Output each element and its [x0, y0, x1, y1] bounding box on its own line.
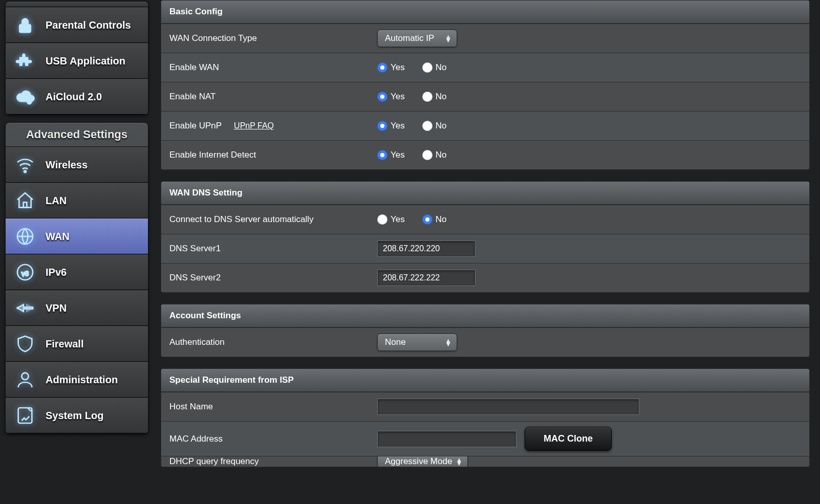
caret-icon: ▲▼ — [445, 339, 451, 346]
sidebar-item-firewall[interactable]: Firewall — [6, 326, 148, 362]
user-icon — [14, 368, 36, 391]
svg-point-1 — [27, 99, 32, 104]
sidebar: Parental Controls USB Application AiClou… — [5, 0, 148, 504]
gauge-icon — [14, 2, 36, 7]
sidebar-item-label: Administration — [46, 374, 118, 386]
sidebar-item-system-log[interactable]: System Log — [6, 398, 148, 433]
row-dns-server1: DNS Server1 — [161, 234, 809, 263]
sidebar-item-wan[interactable]: WAN — [6, 218, 148, 254]
row-enable-internet-detect: Enable Internet Detect Yes No — [161, 140, 809, 169]
puzzle-icon — [14, 50, 36, 72]
mac-address-input[interactable] — [377, 431, 516, 447]
sidebar-item-usb-application[interactable]: USB Application — [6, 43, 148, 79]
row-enable-upnp: Enable UPnP UPnP FAQ Yes No — [161, 111, 809, 140]
upnp-faq-link[interactable]: UPnP FAQ — [234, 121, 274, 130]
sidebar-item-label: USB Application — [46, 55, 125, 67]
wan-dns-panel: WAN DNS Setting Connect to DNS Server au… — [161, 181, 810, 293]
svg-point-2 — [24, 170, 26, 172]
sidebar-item-administration[interactable]: Administration — [6, 362, 148, 398]
row-enable-wan: Enable WAN Yes No — [161, 53, 809, 82]
sidebar-item-parental-controls[interactable]: Parental Controls — [6, 7, 148, 43]
sidebar-item-label: LAN — [46, 195, 67, 207]
sidebar-item-label: System Log — [46, 410, 103, 422]
dns-auto-label: Connect to DNS Server automatically — [161, 206, 372, 233]
row-enable-nat: Enable NAT Yes No — [161, 82, 809, 111]
row-dns-server2: DNS Server2 — [161, 263, 809, 292]
main-content: Basic Config WAN Connection Type Automat… — [148, 0, 815, 504]
home-icon — [14, 189, 36, 212]
dns-auto-no[interactable]: No — [422, 214, 447, 225]
sidebar-item-vpn[interactable]: VPN — [6, 290, 148, 326]
shield-icon — [14, 333, 36, 355]
ipv6-icon: v6 — [14, 261, 36, 283]
sidebar-item-lan[interactable]: LAN — [6, 183, 148, 218]
vpn-icon — [14, 297, 36, 319]
log-icon — [14, 404, 36, 427]
caret-icon: ▲▼ — [445, 35, 451, 42]
dns-auto-yes[interactable]: Yes — [377, 214, 405, 225]
cloud-icon — [14, 85, 36, 108]
sidebar-item-ipv6[interactable]: v6 IPv6 — [6, 254, 148, 290]
svg-rect-0 — [19, 24, 31, 33]
dns-s1-label: DNS Server1 — [161, 235, 372, 262]
wan-type-label: WAN Connection Type — [161, 25, 372, 52]
isp-header: Special Requirement from ISP — [161, 369, 809, 392]
svg-point-7 — [21, 373, 28, 380]
host-label: Host Name — [161, 393, 372, 420]
enable-wan-no[interactable]: No — [422, 62, 447, 73]
sidebar-item-label: VPN — [46, 302, 67, 314]
enable-nat-yes[interactable]: Yes — [377, 92, 405, 102]
account-settings-header: Account Settings — [161, 304, 809, 327]
caret-icon: ▲▼ — [456, 458, 462, 465]
row-wan-connection-type: WAN Connection Type Automatic IP ▲▼ — [161, 24, 809, 53]
basic-config-panel: Basic Config WAN Connection Type Automat… — [161, 0, 810, 170]
row-mac-address: MAC Address MAC Clone — [161, 421, 809, 456]
enable-upnp-yes[interactable]: Yes — [377, 121, 405, 131]
sidebar-item-label: AiCloud 2.0 — [46, 91, 102, 103]
auth-label: Authentication — [161, 329, 372, 356]
enable-idetect-label: Enable Internet Detect — [161, 142, 372, 168]
host-name-input[interactable] — [377, 399, 639, 415]
wan-type-value: Automatic IP — [385, 33, 434, 43]
sidebar-item-traffic-manager[interactable] — [6, 2, 148, 7]
sidebar-item-aicloud[interactable]: AiCloud 2.0 — [6, 79, 148, 115]
dhcp-label: DHCP query frequency — [161, 456, 372, 467]
enable-nat-label: Enable NAT — [161, 83, 372, 110]
wifi-icon — [14, 154, 36, 176]
row-dhcp-frequency: DHCP query frequency Aggressive Mode ▲▼ — [161, 456, 809, 467]
mac-label: MAC Address — [161, 426, 372, 452]
row-authentication: Authentication None ▲▼ — [161, 327, 809, 357]
mac-clone-button[interactable]: MAC Clone — [525, 427, 612, 451]
advanced-settings-header: Advanced Settings — [6, 123, 148, 147]
sidebar-item-label: Firewall — [46, 338, 83, 350]
svg-text:v6: v6 — [21, 270, 29, 277]
row-dns-auto: Connect to DNS Server automatically Yes … — [161, 205, 809, 234]
globe-icon — [14, 225, 36, 248]
sidebar-item-label: Wireless — [46, 159, 88, 171]
wan-type-select[interactable]: Automatic IP ▲▼ — [377, 30, 457, 47]
enable-nat-no[interactable]: No — [422, 92, 447, 102]
svg-rect-3 — [24, 202, 27, 207]
dns-s2-label: DNS Server2 — [161, 265, 372, 291]
enable-wan-yes[interactable]: Yes — [377, 62, 405, 73]
isp-panel: Special Requirement from ISP Host Name M… — [161, 368, 810, 467]
enable-upnp-label: Enable UPnP — [169, 121, 222, 131]
authentication-select[interactable]: None ▲▼ — [377, 334, 457, 351]
sidebar-advanced-group: Advanced Settings Wireless LAN WAN — [5, 122, 148, 434]
account-settings-panel: Account Settings Authentication None ▲▼ — [161, 304, 810, 357]
sidebar-item-label: IPv6 — [46, 267, 67, 278]
wan-dns-header: WAN DNS Setting — [161, 182, 809, 205]
enable-idetect-yes[interactable]: Yes — [377, 150, 405, 160]
lock-icon — [14, 14, 36, 36]
basic-config-header: Basic Config — [161, 1, 809, 24]
dhcp-select[interactable]: Aggressive Mode ▲▼ — [377, 456, 468, 467]
sidebar-item-wireless[interactable]: Wireless — [6, 147, 148, 183]
sidebar-general-group: Parental Controls USB Application AiClou… — [5, 1, 148, 115]
dns-server2-input[interactable] — [377, 270, 476, 286]
enable-idetect-no[interactable]: No — [422, 150, 447, 160]
dns-server1-input[interactable] — [377, 240, 476, 257]
enable-upnp-no[interactable]: No — [422, 121, 447, 131]
row-host-name: Host Name — [161, 392, 809, 421]
sidebar-item-label: WAN — [46, 231, 70, 243]
auth-value: None — [385, 337, 406, 347]
